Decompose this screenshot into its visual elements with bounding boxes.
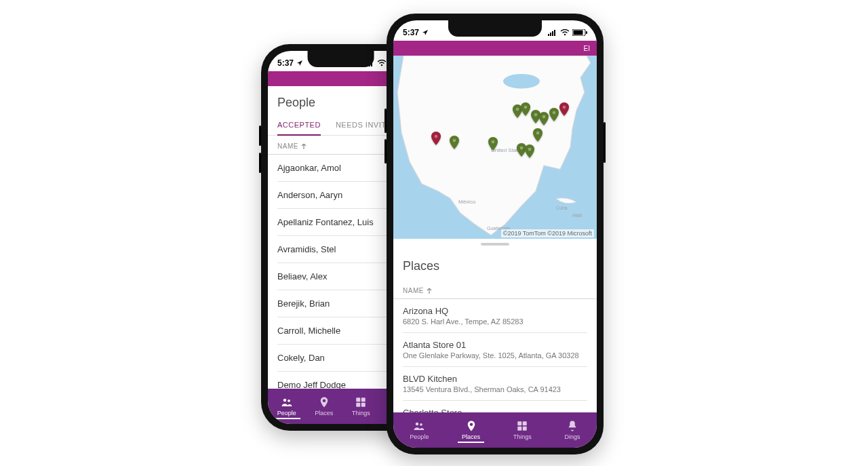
svg-point-36 bbox=[416, 423, 419, 426]
volume-up-button[interactable] bbox=[259, 125, 261, 146]
map-pin[interactable] bbox=[521, 102, 530, 116]
map-pin[interactable] bbox=[488, 137, 498, 151]
map-label-cuba: Cuba bbox=[556, 206, 568, 210]
list-item[interactable]: Atlanta Store 01One Glenlake Parkway, St… bbox=[403, 333, 587, 367]
people-icon bbox=[281, 396, 293, 408]
svg-rect-21 bbox=[586, 31, 587, 34]
device-notch bbox=[448, 20, 542, 37]
volume-down-button[interactable] bbox=[384, 139, 387, 163]
map-pin[interactable] bbox=[431, 132, 441, 145]
tabbar-label: Things bbox=[352, 410, 370, 416]
tabbar-item-people[interactable]: People bbox=[406, 417, 433, 443]
svg-rect-39 bbox=[523, 421, 527, 425]
svg-point-24 bbox=[435, 135, 438, 138]
svg-point-23 bbox=[503, 74, 540, 89]
people-icon bbox=[413, 420, 425, 432]
list-item[interactable]: Arizona HQ6820 S. Harl Ave., Tempe, AZ 8… bbox=[403, 299, 587, 333]
svg-rect-38 bbox=[518, 421, 522, 425]
list-item[interactable]: Berejik, Brian bbox=[277, 290, 404, 317]
svg-rect-14 bbox=[548, 34, 549, 36]
svg-point-30 bbox=[516, 108, 519, 111]
list-item[interactable]: Demo Jeff Dodge bbox=[277, 372, 404, 389]
power-button[interactable] bbox=[604, 122, 606, 163]
map-drag-handle[interactable] bbox=[393, 239, 597, 250]
volume-up-button[interactable] bbox=[384, 109, 387, 133]
tabbar-label: Dings bbox=[565, 433, 580, 440]
map-label-haiti: Haiti bbox=[572, 213, 582, 218]
sort-asc-icon bbox=[427, 288, 432, 294]
place-name: Arizona HQ bbox=[403, 306, 587, 316]
location-arrow-icon bbox=[296, 60, 303, 66]
svg-rect-10 bbox=[356, 397, 360, 402]
svg-point-28 bbox=[528, 148, 532, 151]
brand-bar: EI bbox=[393, 41, 597, 56]
svg-rect-40 bbox=[518, 427, 522, 431]
tab-needs-invite[interactable]: NEEDS INVITE bbox=[336, 117, 391, 135]
map-label-mexico: México bbox=[458, 199, 475, 205]
svg-point-35 bbox=[563, 106, 566, 109]
places-list: Arizona HQ6820 S. Harl Ave., Tempe, AZ 8… bbox=[393, 299, 597, 412]
tabbar-item-people[interactable]: People bbox=[273, 393, 300, 419]
tabbar-item-things[interactable]: Things bbox=[348, 393, 374, 419]
svg-rect-13 bbox=[361, 403, 366, 407]
svg-point-25 bbox=[453, 138, 456, 142]
svg-rect-20 bbox=[574, 31, 583, 35]
sort-asc-icon bbox=[301, 144, 307, 149]
map-pane[interactable]: United States México Guatemala Cuba Hait… bbox=[393, 56, 597, 239]
brand-right-label[interactable]: EI bbox=[584, 45, 590, 52]
list-item[interactable]: Carroll, Michelle bbox=[277, 317, 404, 345]
signal-icon bbox=[548, 29, 557, 36]
place-name: BLVD Kitchen bbox=[403, 374, 587, 384]
list-item[interactable]: Avramidis, Stel bbox=[277, 236, 404, 263]
battery-icon bbox=[572, 29, 587, 36]
list-item[interactable]: Anderson, Aaryn bbox=[277, 182, 404, 209]
svg-rect-16 bbox=[552, 31, 553, 36]
svg-point-37 bbox=[420, 423, 423, 426]
places-list-header[interactable]: NAME bbox=[393, 280, 597, 299]
places-title: Places bbox=[393, 250, 597, 280]
things-icon bbox=[516, 420, 528, 432]
svg-rect-41 bbox=[523, 427, 527, 431]
volume-down-button[interactable] bbox=[259, 153, 261, 173]
place-address: One Glenlake Parkway, Ste. 1025, Atlanta… bbox=[403, 351, 587, 360]
tabbar-label: People bbox=[277, 410, 296, 416]
map-pin[interactable] bbox=[539, 112, 549, 125]
tabbar-label: People bbox=[410, 433, 429, 440]
status-time: 5:37 bbox=[277, 58, 294, 68]
place-address: 6820 S. Harl Ave., Tempe, AZ 85283 bbox=[403, 317, 587, 326]
svg-point-9 bbox=[288, 400, 290, 402]
place-icon bbox=[465, 420, 477, 432]
location-arrow-icon bbox=[422, 29, 429, 36]
things-icon bbox=[355, 396, 367, 408]
tabbar-item-places[interactable]: Places bbox=[311, 393, 337, 419]
tabbar-label: Places bbox=[462, 433, 480, 440]
places-scroll-area[interactable]: United States México Guatemala Cuba Hait… bbox=[393, 56, 597, 412]
tabbar-item-places[interactable]: Places bbox=[458, 417, 484, 443]
list-item[interactable]: Charlotte Store bbox=[403, 401, 587, 412]
svg-point-31 bbox=[524, 106, 528, 109]
map-pin[interactable] bbox=[549, 108, 559, 121]
svg-point-4 bbox=[381, 64, 382, 66]
device-notch bbox=[307, 51, 374, 67]
place-address: 13545 Ventura Blvd., Sherman Oaks, CA 91… bbox=[403, 385, 587, 393]
list-item[interactable]: Beliaev, Alex bbox=[277, 263, 404, 290]
map-pin[interactable] bbox=[559, 102, 569, 116]
tabbar-label: Places bbox=[315, 410, 333, 416]
svg-point-26 bbox=[492, 140, 495, 144]
tabbar-item-dings[interactable]: Dings bbox=[561, 417, 585, 443]
svg-point-27 bbox=[520, 146, 524, 149]
tabbar-item-things[interactable]: Things bbox=[509, 417, 536, 443]
list-item[interactable]: Apellaniz Fontanez, Luis bbox=[277, 209, 404, 236]
wifi-icon bbox=[560, 29, 570, 36]
svg-rect-15 bbox=[550, 33, 551, 36]
place-icon bbox=[318, 396, 330, 408]
map-pin[interactable] bbox=[533, 128, 542, 142]
list-item[interactable]: BLVD Kitchen13545 Ventura Blvd., Sherman… bbox=[403, 367, 587, 401]
map-pin[interactable] bbox=[525, 144, 534, 158]
bottom-tab-bar: PeoplePlacesThingsDings bbox=[393, 412, 597, 448]
tab-accepted[interactable]: ACCEPTED bbox=[277, 117, 321, 136]
list-item[interactable]: Cokely, Dan bbox=[277, 345, 404, 372]
bell-icon bbox=[566, 420, 578, 432]
map-pin[interactable] bbox=[450, 136, 459, 149]
svg-point-33 bbox=[542, 115, 546, 118]
